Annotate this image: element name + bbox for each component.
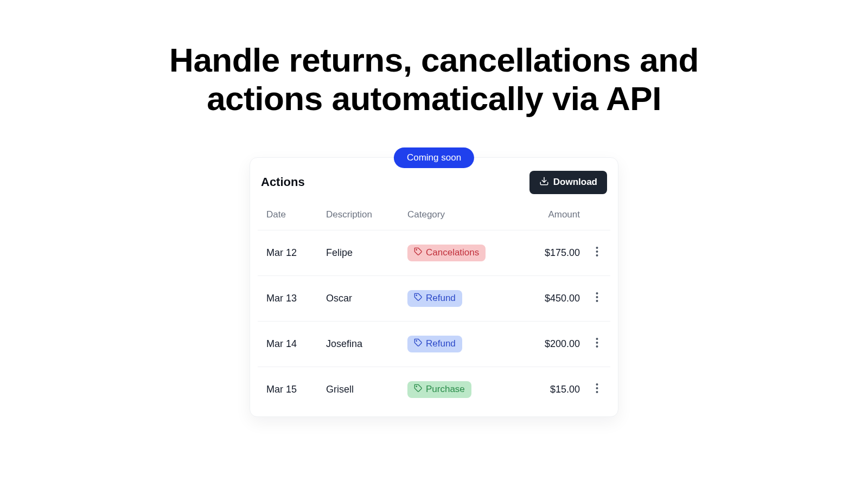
cell-amount: $200.00	[507, 321, 589, 367]
row-actions-menu[interactable]	[596, 339, 598, 350]
cell-description: Oscar	[317, 275, 399, 321]
row-actions-menu[interactable]	[596, 384, 598, 395]
cell-description: Josefina	[317, 321, 399, 367]
actions-card: Actions Download Date	[250, 157, 618, 417]
more-vertical-icon	[596, 248, 598, 259]
cell-date: Mar 12	[258, 230, 317, 275]
svg-point-11	[596, 342, 598, 344]
tag-icon	[414, 247, 423, 259]
row-actions-menu[interactable]	[596, 293, 598, 304]
category-tag: Purchase	[407, 381, 471, 398]
more-vertical-icon	[596, 293, 598, 304]
svg-point-6	[596, 292, 598, 294]
download-button-label: Download	[553, 177, 597, 188]
svg-point-9	[416, 341, 417, 341]
tag-icon	[414, 293, 423, 304]
svg-point-3	[596, 251, 598, 253]
svg-point-8	[596, 300, 598, 302]
svg-point-1	[416, 249, 417, 250]
table-row: Mar 15GrisellPurchase$15.00	[258, 367, 610, 412]
category-tag: Cancelations	[407, 245, 486, 261]
download-button[interactable]: Download	[529, 171, 607, 194]
svg-point-13	[416, 386, 417, 387]
category-label: Refund	[426, 293, 456, 304]
download-icon	[539, 176, 549, 189]
table-row: Mar 12FelipeCancelations$175.00	[258, 230, 610, 275]
tag-icon	[414, 384, 423, 395]
col-category: Category	[399, 202, 507, 230]
svg-point-7	[596, 296, 598, 298]
cell-date: Mar 13	[258, 275, 317, 321]
col-amount: Amount	[507, 202, 589, 230]
cell-date: Mar 14	[258, 321, 317, 367]
category-tag: Refund	[407, 290, 462, 307]
cell-category: Refund	[399, 275, 507, 321]
coming-soon-badge: Coming soon	[394, 147, 474, 168]
cell-description: Felipe	[317, 230, 399, 275]
page-headline: Handle returns, cancellations and action…	[136, 41, 732, 118]
svg-point-10	[596, 338, 598, 340]
category-label: Cancelations	[426, 247, 479, 258]
category-tag: Refund	[407, 336, 462, 352]
table-row: Mar 14JosefinaRefund$200.00	[258, 321, 610, 367]
cell-date: Mar 15	[258, 367, 317, 412]
card-title: Actions	[261, 175, 305, 189]
col-description: Description	[317, 202, 399, 230]
category-label: Purchase	[426, 384, 465, 395]
cell-amount: $450.00	[507, 275, 589, 321]
cell-description: Grisell	[317, 367, 399, 412]
row-actions-menu[interactable]	[596, 248, 598, 259]
table-row: Mar 13OscarRefund$450.00	[258, 275, 610, 321]
actions-table: Date Description Category Amount Mar 12F…	[258, 202, 610, 412]
svg-point-12	[596, 345, 598, 348]
col-date: Date	[258, 202, 317, 230]
cell-category: Purchase	[399, 367, 507, 412]
more-vertical-icon	[596, 384, 598, 395]
svg-point-16	[596, 391, 598, 393]
tag-icon	[414, 338, 423, 350]
svg-point-4	[596, 254, 598, 256]
svg-point-15	[596, 387, 598, 389]
more-vertical-icon	[596, 339, 598, 350]
cell-category: Cancelations	[399, 230, 507, 275]
cell-amount: $15.00	[507, 367, 589, 412]
category-label: Refund	[426, 338, 456, 349]
svg-point-2	[596, 247, 598, 249]
cell-category: Refund	[399, 321, 507, 367]
svg-point-5	[416, 295, 417, 296]
svg-point-14	[596, 383, 598, 386]
cell-amount: $175.00	[507, 230, 589, 275]
